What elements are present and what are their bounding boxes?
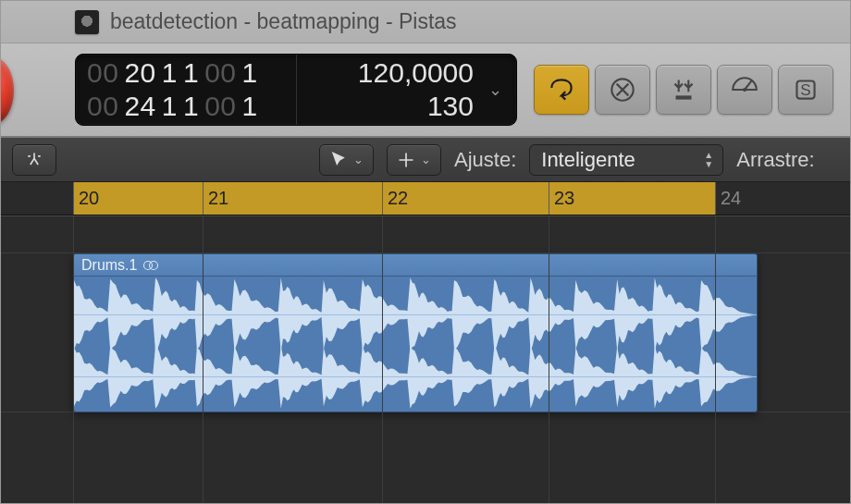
loc-bot-bar: 24 (124, 90, 155, 123)
track-lane-spacer (1, 216, 850, 253)
lcd-tempo[interactable]: 120,0000 130 (296, 55, 481, 125)
cancel-icon (607, 74, 638, 105)
loc-bot-tickpre: 00 (204, 90, 236, 123)
replace-icon (668, 74, 699, 105)
tempo-top: 120,0000 (358, 56, 474, 90)
app-icon (75, 10, 99, 34)
chevron-down-icon: ⌄ (421, 153, 431, 166)
region-header[interactable]: Drums.1 (74, 254, 757, 277)
record-icon (0, 57, 14, 124)
loc-top-pre: 00 (87, 56, 118, 90)
svg-text:S: S (800, 81, 810, 99)
loc-bot-pre: 00 (87, 90, 118, 123)
transport-toolbar: 0020 1 1 001 0024 1 1 001 120,0000 130 ⌄ (1, 43, 850, 138)
loc-top-div: 1 (183, 56, 199, 90)
tempo-bottom: 130 (427, 90, 474, 123)
updown-icon: ▲▼ (704, 152, 713, 168)
loc-bot-beat: 1 (162, 90, 178, 123)
filter-button[interactable] (12, 144, 56, 176)
loc-top-bar: 20 (124, 56, 155, 90)
window-titlebar: beatdetection - beatmapping - Pistas (1, 1, 850, 43)
waveform (74, 277, 757, 412)
drag-label: Arrastre: (736, 148, 814, 172)
toolbar-button-group: S (534, 65, 833, 115)
gridline (549, 216, 549, 504)
lcd-locator[interactable]: 0020 1 1 001 0024 1 1 001 (76, 55, 296, 125)
loc-bot-div: 1 (183, 90, 199, 123)
svg-rect-1 (676, 95, 692, 99)
svg-point-6 (150, 261, 158, 269)
loc-top-tickpre: 00 (204, 56, 236, 90)
stereo-icon (142, 259, 159, 272)
tracks-toolbar: ⌄ ⌄ Ajuste: Inteligente ▲▼ Arrastre: (1, 138, 850, 182)
pointer-tool-button[interactable]: ⌄ (319, 144, 374, 176)
metronome-icon (729, 74, 760, 105)
lcd-display[interactable]: 0020 1 1 001 0024 1 1 001 120,0000 130 ⌄ (75, 54, 517, 126)
svg-point-2 (743, 88, 746, 92)
pointer-icon (329, 151, 348, 169)
region-name: Drums.1 (81, 257, 137, 274)
ruler-tick[interactable]: 20 (73, 182, 99, 215)
timeline-ruler[interactable]: 2021222324 (1, 182, 850, 215)
alt-tool-button[interactable]: ⌄ (387, 144, 441, 176)
record-button[interactable] (0, 49, 14, 132)
loc-top-tick: 1 (242, 56, 258, 90)
lcd-dropdown-icon[interactable]: ⌄ (481, 55, 509, 125)
tracks-area[interactable]: Drums.1 (1, 215, 850, 504)
gridline (715, 216, 716, 504)
chevron-down-icon: ⌄ (353, 153, 364, 166)
ruler-tick[interactable]: 21 (203, 182, 228, 215)
loc-bot-tick: 1 (242, 90, 258, 123)
snap-mode-dropdown[interactable]: Inteligente ▲▼ (529, 144, 723, 176)
snap-mode-value: Inteligente (541, 148, 635, 172)
snap-label: Ajuste: (454, 148, 516, 172)
filter-icon (25, 151, 43, 169)
gridline (73, 216, 74, 504)
audio-region[interactable]: Drums.1 (73, 253, 758, 412)
ruler-tick[interactable]: 23 (549, 182, 574, 215)
crosshair-icon (397, 151, 415, 169)
gridline (203, 216, 204, 504)
gridline (382, 216, 383, 504)
replace-button[interactable] (656, 65, 711, 115)
solo-icon: S (790, 74, 821, 105)
solo-button[interactable]: S (778, 65, 833, 115)
metronome-button[interactable] (717, 65, 772, 115)
cycle-icon (546, 74, 577, 105)
loc-top-beat: 1 (162, 56, 178, 90)
cycle-button[interactable] (534, 65, 589, 115)
ruler-tick[interactable]: 22 (382, 182, 408, 215)
window-title: beatdetection - beatmapping - Pistas (110, 9, 457, 34)
ruler-tick[interactable]: 24 (715, 182, 741, 215)
cancel-button[interactable] (595, 65, 650, 115)
